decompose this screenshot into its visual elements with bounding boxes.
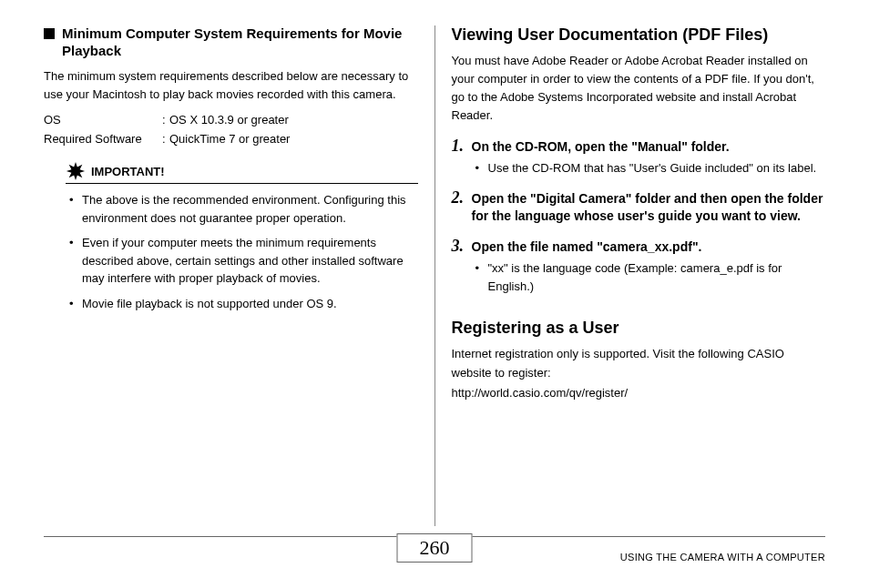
- spec-row-os: OS : OS X 10.3.9 or greater: [44, 111, 418, 130]
- burst-icon: [66, 161, 86, 181]
- important-block: IMPORTANT! The above is the recommended …: [66, 161, 418, 312]
- list-item: Use the CD-ROM that has "User's Guide in…: [475, 159, 826, 177]
- svg-marker-0: [66, 162, 85, 180]
- step-number: 3.: [452, 237, 465, 256]
- list-item: The above is the recommended environment…: [69, 191, 418, 227]
- spec-sep: :: [162, 130, 169, 149]
- step-2: 2. Open the "Digital Camera" folder and …: [452, 190, 826, 226]
- viewing-paragraph: You must have Adobe Reader or Adobe Acro…: [452, 52, 826, 126]
- step-text: On the CD-ROM, open the "Manual" folder.: [472, 138, 826, 157]
- spec-value: OS X 10.3.9 or greater: [169, 111, 418, 130]
- list-item: Even if your computer meets the minimum …: [69, 234, 418, 288]
- spec-sep: :: [162, 111, 169, 130]
- page-number: 260: [397, 533, 473, 563]
- step-text: Open the "Digital Camera" folder and the…: [472, 190, 826, 226]
- spec-label: Required Software: [44, 130, 162, 149]
- spec-label: OS: [44, 111, 162, 130]
- important-heading: IMPORTANT!: [66, 161, 418, 184]
- register-paragraph: Internet registration only is supported.…: [452, 345, 826, 381]
- page-footer: 260 USING THE CAMERA WITH A COMPUTER: [44, 536, 825, 573]
- spec-row-software: Required Software : QuickTime 7 or great…: [44, 130, 418, 149]
- register-url: http://world.casio.com/qv/register/: [452, 384, 826, 402]
- step-number: 1.: [452, 137, 465, 156]
- step-1: 1. On the CD-ROM, open the "Manual" fold…: [452, 138, 826, 177]
- heading-viewing: Viewing User Documentation (PDF Files): [452, 25, 826, 45]
- square-bullet-icon: [44, 28, 55, 39]
- heading-registering: Registering as a User: [452, 319, 826, 338]
- step-bullets: "xx" is the language code (Example: came…: [475, 259, 826, 295]
- spec-value: QuickTime 7 or greater: [169, 130, 418, 149]
- intro-paragraph: The minimum system requirements describe…: [44, 67, 418, 104]
- left-column: Minimum Computer System Requirements for…: [44, 25, 434, 526]
- important-list: The above is the recommended environment…: [69, 191, 418, 312]
- footer-section-label: USING THE CAMERA WITH A COMPUTER: [620, 552, 825, 563]
- important-label: IMPORTANT!: [91, 165, 165, 178]
- list-item: "xx" is the language code (Example: came…: [475, 259, 826, 295]
- section-heading: Minimum Computer System Requirements for…: [44, 25, 418, 60]
- step-text: Open the file named "camera_xx.pdf".: [472, 238, 826, 257]
- step-bullets: Use the CD-ROM that has "User's Guide in…: [475, 159, 826, 177]
- step-number: 2.: [452, 188, 465, 208]
- list-item: Movie file playback is not supported und…: [69, 295, 418, 313]
- section-title: Minimum Computer System Requirements for…: [62, 25, 418, 60]
- right-column: Viewing User Documentation (PDF Files) Y…: [434, 25, 826, 526]
- step-3: 3. Open the file named "camera_xx.pdf". …: [452, 238, 826, 296]
